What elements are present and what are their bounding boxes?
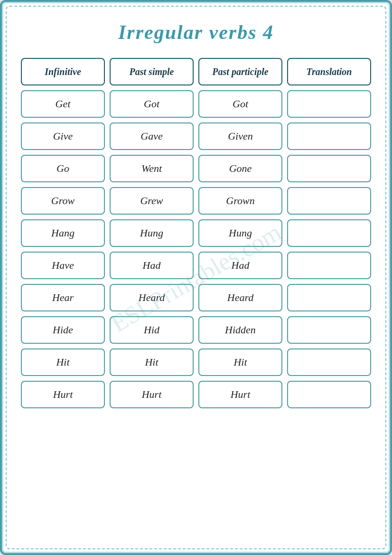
table-row: Give Gave Given [21, 122, 371, 150]
past-participle-grown: Grown [198, 187, 282, 215]
past-participle-had: Had [198, 252, 282, 279]
table-row: Grow Grew Grown [21, 187, 371, 215]
table-row: Hit Hit Hit [21, 348, 371, 376]
translation-hit[interactable] [287, 348, 371, 376]
infinitive-hit: Hit [21, 348, 105, 376]
translation-get[interactable] [287, 90, 371, 118]
header-translation: Translation [287, 58, 371, 85]
header-past-participle: Past participle [198, 58, 282, 85]
infinitive-have: Have [21, 252, 105, 279]
past-participle-gone: Gone [198, 155, 282, 182]
table-row: Hang Hung Hung [21, 219, 371, 247]
infinitive-go: Go [21, 155, 105, 182]
past-participle-hurt: Hurt [198, 381, 282, 408]
header-past-simple: Past simple [110, 58, 194, 85]
translation-grow[interactable] [287, 187, 371, 215]
infinitive-hang: Hang [21, 219, 105, 247]
table-row: Hurt Hurt Hurt [21, 381, 371, 408]
page-title: Irregular verbs 4 [21, 21, 371, 44]
infinitive-give: Give [21, 122, 105, 150]
infinitive-hide: Hide [21, 316, 105, 344]
past-simple-hurt: Hurt [110, 381, 194, 408]
past-participle-hidden: Hidden [198, 316, 282, 344]
translation-have[interactable] [287, 252, 371, 279]
past-simple-went: Went [110, 155, 194, 182]
infinitive-hear: Hear [21, 284, 105, 311]
verb-table: Infinitive Past simple Past participle T… [21, 58, 371, 408]
header-infinitive: Infinitive [21, 58, 105, 85]
table-row: Get Got Got [21, 90, 371, 118]
past-simple-heard: Heard [110, 284, 194, 311]
translation-hurt[interactable] [287, 381, 371, 408]
table-row: Hide Hid Hidden [21, 316, 371, 344]
infinitive-hurt: Hurt [21, 381, 105, 408]
past-simple-hid: Hid [110, 316, 194, 344]
past-simple-had: Had [110, 252, 194, 279]
past-participle-hung: Hung [198, 219, 282, 247]
translation-go[interactable] [287, 155, 371, 182]
translation-give[interactable] [287, 122, 371, 150]
infinitive-grow: Grow [21, 187, 105, 215]
page: ESLPrintables.com Irregular verbs 4 Infi… [0, 0, 392, 555]
past-simple-got: Got [110, 90, 194, 118]
past-participle-got: Got [198, 90, 282, 118]
past-simple-gave: Gave [110, 122, 194, 150]
translation-hear[interactable] [287, 284, 371, 311]
table-row: Hear Heard Heard [21, 284, 371, 311]
past-simple-grew: Grew [110, 187, 194, 215]
table-row: Have Had Had [21, 252, 371, 279]
header-row: Infinitive Past simple Past participle T… [21, 58, 371, 85]
table-row: Go Went Gone [21, 155, 371, 182]
past-simple-hit: Hit [110, 348, 194, 376]
infinitive-get: Get [21, 90, 105, 118]
translation-hang[interactable] [287, 219, 371, 247]
past-participle-heard: Heard [198, 284, 282, 311]
past-simple-hung: Hung [110, 219, 194, 247]
past-participle-hit: Hit [198, 348, 282, 376]
past-participle-given: Given [198, 122, 282, 150]
translation-hide[interactable] [287, 316, 371, 344]
